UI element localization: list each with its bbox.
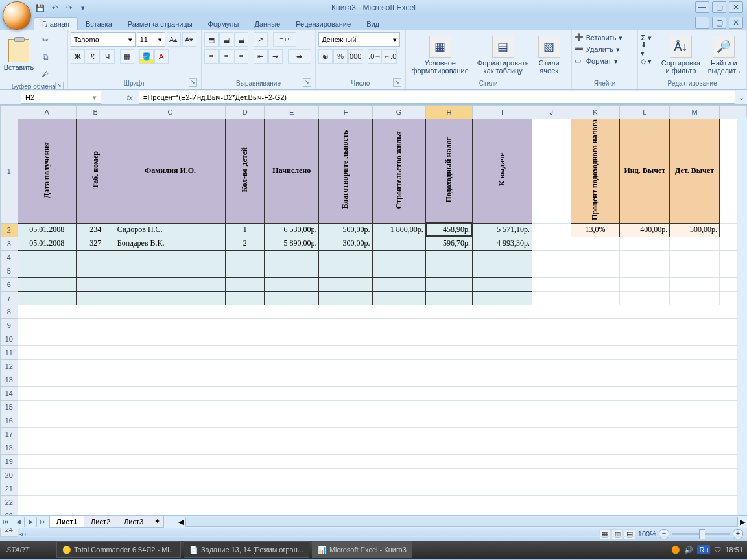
name-box[interactable]: H2▾ [21,91,101,104]
undo-button[interactable]: ↶ [49,3,60,13]
cell-K1[interactable]: Процент подоходного налога [571,119,620,224]
cell-K2[interactable]: 13,0% [571,223,620,237]
cell-C2[interactable]: Сидоров П.С. [115,223,226,237]
redo-button[interactable]: ↷ [64,3,74,13]
number-format-combo[interactable]: Денежный▾ [318,32,400,47]
vertical-scrollbar[interactable] [737,117,747,516]
cell-H3[interactable]: 596,70р. [425,237,472,250]
minimize-button[interactable]: — [695,1,709,13]
row-header-1[interactable]: 1 [1,119,18,224]
qat-customize-icon[interactable]: ▾ [78,3,88,13]
font-size-combo[interactable]: 11▾ [137,32,165,47]
tray-icon[interactable]: 🛡 [714,546,721,554]
col-header-B[interactable]: B [76,106,115,119]
formula-input[interactable]: =Процент*(E2-Инд.Выч-D2*Дет.Выч-F2-G2) [139,91,735,104]
cell-G1[interactable]: Строительство жилья [372,119,425,224]
row-header-12[interactable]: 12 [1,359,18,373]
col-header-H[interactable]: H [425,106,472,119]
row-header-11[interactable]: 11 [1,345,18,359]
tab-insert[interactable]: Вставка [78,18,120,30]
fill-color-button[interactable]: 🪣 [139,49,154,64]
row-header-4[interactable]: 4 [1,250,18,264]
align-center-button[interactable]: ≡ [219,49,233,64]
office-button[interactable] [3,1,31,30]
cut-button[interactable]: ✂ [38,32,53,48]
cell-H2-active[interactable]: 458,90р. [425,223,472,237]
align-middle-button[interactable]: ⬓ [219,32,233,47]
cell-L2[interactable]: 400,00р. [620,223,670,237]
increase-indent-button[interactable]: ⇥ [268,49,283,64]
cell-B2[interactable]: 234 [76,223,115,237]
col-header-I[interactable]: I [473,106,532,119]
cell-B1[interactable]: Таб. номер [76,119,115,224]
sheet-tab-3[interactable]: Лист3 [117,516,150,528]
row-header-20[interactable]: 20 [1,468,18,482]
last-sheet-button[interactable]: ⏭ [37,517,49,527]
tab-formulas[interactable]: Формулы [200,18,247,30]
sheet-tab-1[interactable]: Лист1 [49,516,84,528]
row-header-6[interactable]: 6 [1,277,18,291]
cell-G2[interactable]: 1 800,00р. [372,223,425,237]
dialog-launcher-icon[interactable]: ↘ [303,78,311,87]
first-sheet-button[interactable]: ⏮ [0,517,12,527]
percent-format-button[interactable]: % [333,49,348,64]
row-header-19[interactable]: 19 [1,454,18,468]
workbook-close-button[interactable]: ✕ [729,17,743,29]
row-header-17[interactable]: 17 [1,427,18,441]
row-header-2[interactable]: 2 [1,223,18,237]
taskbar-item-2[interactable]: 📄 Задание 13, 14 [Режим огран... [184,541,309,558]
paste-button[interactable]: Вставить [3,32,35,78]
clock[interactable]: 18:51 [725,546,743,554]
align-left-button[interactable]: ≡ [204,49,219,64]
cell-I1[interactable]: К выдаче [473,119,532,224]
orientation-button[interactable]: ↗ [254,32,268,47]
maximize-button[interactable]: ▢ [712,1,726,13]
cell-D3[interactable]: 2 [226,237,265,250]
cell-G3[interactable] [372,237,425,250]
col-header-F[interactable]: F [319,106,372,119]
comma-format-button[interactable]: 000 [348,49,362,64]
italic-button[interactable]: К [86,49,100,64]
select-all-corner[interactable] [1,106,18,119]
tab-data[interactable]: Данные [246,18,288,30]
worksheet-grid[interactable]: A B C D E F G H I J K L M 1 Дата получен… [0,105,747,528]
row-header-13[interactable]: 13 [1,373,18,386]
bold-button[interactable]: Ж [71,49,85,64]
insert-cells-button[interactable]: ➕Вставить ▾ [575,32,628,43]
tab-home[interactable]: Главная [34,18,78,30]
col-header-A[interactable]: A [18,106,76,119]
close-button[interactable]: ✕ [729,1,743,13]
cell-M1[interactable]: Дет. Вычет [670,119,720,224]
cell-J1[interactable] [532,119,571,224]
delete-cells-button[interactable]: ➖Удалить ▾ [575,44,625,54]
taskbar-item-1[interactable]: 🟡 Total Commander 6.54Я2 - Mi... [56,541,181,558]
merge-center-button[interactable]: ⬌ [288,49,311,64]
font-color-button[interactable]: A [154,49,169,64]
col-header-K[interactable]: K [571,106,620,119]
format-as-table-button[interactable]: ▤Форматировать как таблицу [475,32,532,78]
language-indicator[interactable]: Ru [697,545,710,554]
cell-F1[interactable]: Благотворите льность [319,119,372,224]
row-header-9[interactable]: 9 [1,318,18,332]
row-header-3[interactable]: 3 [1,237,18,250]
cell-E1[interactable]: Начислено [265,119,319,224]
grow-font-button[interactable]: A▴ [167,32,181,47]
tab-view[interactable]: Вид [359,18,387,30]
row-header-21[interactable]: 21 [1,482,18,495]
tray-icon[interactable]: 🟠 [671,546,680,554]
format-cells-button[interactable]: ▭Формат ▾ [575,56,623,66]
decrease-indent-button[interactable]: ⇤ [254,49,268,64]
format-painter-button[interactable]: 🖌 [38,66,53,82]
find-select-button[interactable]: 🔎Найти и выделить [704,32,744,78]
clear-button[interactable]: ◇ ▾ [641,56,658,66]
cell-F2[interactable]: 500,00р. [319,223,372,237]
save-button[interactable]: 💾 [35,3,45,13]
dialog-launcher-icon[interactable]: ↘ [55,82,64,90]
cell-J2[interactable] [532,223,571,237]
horizontal-scrollbar[interactable]: ◀ ▶ [176,517,747,527]
col-header-G[interactable]: G [372,106,425,119]
wrap-text-button[interactable]: ≡↵ [273,32,296,47]
fx-button[interactable]: fx [123,93,136,101]
dialog-launcher-icon[interactable]: ↘ [393,78,401,87]
cell-A3[interactable]: 05.01.2008 [18,237,76,250]
